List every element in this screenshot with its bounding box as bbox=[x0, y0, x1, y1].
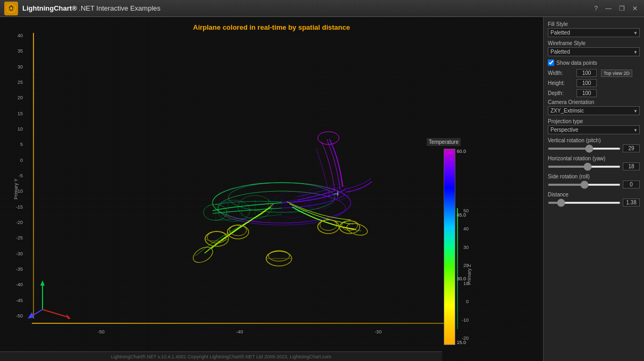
camera-orientation-label: Camera Orientation bbox=[548, 99, 640, 105]
width-label: Width: bbox=[548, 70, 574, 76]
width-row: Width: Top view 2D bbox=[548, 69, 640, 77]
show-data-points-row: Show data points bbox=[548, 59, 640, 66]
depth-label: Depth: bbox=[548, 90, 574, 96]
footer: LightningChart®.NET v.10.4.1.4001 Copyri… bbox=[0, 351, 442, 361]
right-panel: Fill Style Paletted Wireframe Style Pale… bbox=[543, 17, 644, 361]
height-row: Height: bbox=[548, 79, 640, 87]
colorbar-labels: 60.0 45.0 30.0 15.0 bbox=[456, 149, 466, 345]
close-button[interactable]: ✕ bbox=[630, 4, 640, 13]
app-title: LightningChart® .NET Interactive Example… bbox=[22, 4, 160, 12]
svg-point-19 bbox=[230, 225, 247, 236]
chart-title: Airplane colored in real-time by spatial… bbox=[193, 23, 350, 31]
colorbar-title: Temperature bbox=[427, 138, 461, 146]
projection-type-select[interactable]: Perspective bbox=[548, 125, 640, 134]
main-content: Airplane colored in real-time by spatial… bbox=[0, 17, 644, 361]
projection-type-label: Projection type bbox=[548, 118, 640, 124]
fill-style-select-wrapper[interactable]: Paletted bbox=[548, 28, 640, 37]
horizontal-rotation-slider[interactable] bbox=[548, 166, 621, 168]
side-rotation-label: Side rotation (roll) bbox=[548, 174, 640, 179]
height-label: Height: bbox=[548, 80, 574, 86]
fill-style-label: Fill Style bbox=[548, 21, 640, 27]
wireframe-style-select[interactable]: Paletted bbox=[548, 47, 640, 56]
vertical-rotation-row: Vertical rotation (pitch) 29 bbox=[548, 137, 640, 152]
coordinate-arrows bbox=[27, 278, 74, 326]
brand-name: LightningChart® bbox=[22, 4, 77, 12]
wireframe-style-select-wrapper[interactable]: Paletted bbox=[548, 47, 640, 56]
height-input[interactable] bbox=[577, 79, 597, 87]
depth-row: Depth: bbox=[548, 89, 640, 97]
y-axis-labels: 40 35 30 25 20 15 10 5 0 -5 -10 -15 -20 … bbox=[16, 33, 23, 319]
fill-style-select[interactable]: Paletted bbox=[548, 28, 640, 37]
camera-orientation-select-wrapper[interactable]: ZXY_Extrinsic bbox=[548, 106, 640, 115]
titlebar: LightningChart® .NET Interactive Example… bbox=[0, 0, 644, 17]
svg-marker-4 bbox=[40, 280, 45, 286]
show-data-points-checkbox[interactable] bbox=[548, 59, 554, 66]
distance-slider[interactable] bbox=[548, 202, 621, 204]
projection-type-row: Projection type Perspective bbox=[548, 118, 640, 134]
vertical-rotation-value: 29 bbox=[623, 144, 640, 152]
app-logo bbox=[4, 2, 18, 15]
svg-line-7 bbox=[43, 310, 69, 317]
fill-style-row: Fill Style Paletted bbox=[548, 21, 640, 37]
side-rotation-slider[interactable] bbox=[548, 184, 621, 186]
colorbar bbox=[444, 149, 455, 345]
y-axis-title: Primary Y bbox=[13, 178, 19, 199]
z-axis-title: Primary Z bbox=[467, 264, 472, 285]
horizontal-rotation-value: 18 bbox=[623, 162, 640, 170]
help-button[interactable]: ? bbox=[592, 4, 600, 13]
svg-point-25 bbox=[268, 251, 290, 261]
chart-area[interactable]: Airplane colored in real-time by spatial… bbox=[0, 17, 543, 361]
x-axis-line bbox=[32, 323, 447, 324]
show-data-points-label: Show data points bbox=[556, 60, 597, 66]
footer-text: LightningChart®.NET v.10.4.1.4001 Copyri… bbox=[111, 354, 332, 359]
distance-value: 1.38 bbox=[623, 199, 640, 207]
camera-orientation-row: Camera Orientation ZXY_Extrinsic bbox=[548, 99, 640, 115]
side-rotation-value: 0 bbox=[623, 180, 640, 188]
maximize-button[interactable]: ❐ bbox=[617, 4, 627, 13]
minimize-button[interactable]: — bbox=[603, 4, 614, 13]
wireframe-style-row: Wireframe Style Paletted bbox=[548, 40, 640, 56]
camera-orientation-select[interactable]: ZXY_Extrinsic bbox=[548, 106, 640, 115]
vertical-rotation-label: Vertical rotation (pitch) bbox=[548, 137, 640, 143]
distance-row: Distance 1.38 bbox=[548, 192, 640, 207]
airplane-model bbox=[117, 70, 462, 293]
distance-label: Distance bbox=[548, 192, 640, 197]
x-axis-labels: -50 -40 -30 bbox=[32, 329, 447, 334]
horizontal-rotation-row: Horizontal rotation (yaw) 18 bbox=[548, 156, 640, 170]
svg-marker-6 bbox=[28, 312, 34, 319]
top-view-2d-button[interactable]: Top view 2D bbox=[601, 70, 632, 77]
svg-point-20 bbox=[318, 220, 339, 234]
depth-input[interactable] bbox=[577, 89, 597, 97]
width-input[interactable] bbox=[577, 69, 597, 77]
vertical-rotation-slider[interactable] bbox=[548, 148, 621, 150]
side-rotation-row: Side rotation (roll) 0 bbox=[548, 174, 640, 188]
window-controls[interactable]: ? — ❐ ✕ bbox=[592, 4, 640, 13]
svg-point-17 bbox=[207, 231, 226, 243]
horizontal-rotation-label: Horizontal rotation (yaw) bbox=[548, 156, 640, 161]
wireframe-style-label: Wireframe Style bbox=[548, 40, 640, 46]
subtitle: .NET Interactive Examples bbox=[79, 4, 160, 12]
projection-type-select-wrapper[interactable]: Perspective bbox=[548, 125, 640, 134]
y-axis-line bbox=[33, 33, 34, 319]
